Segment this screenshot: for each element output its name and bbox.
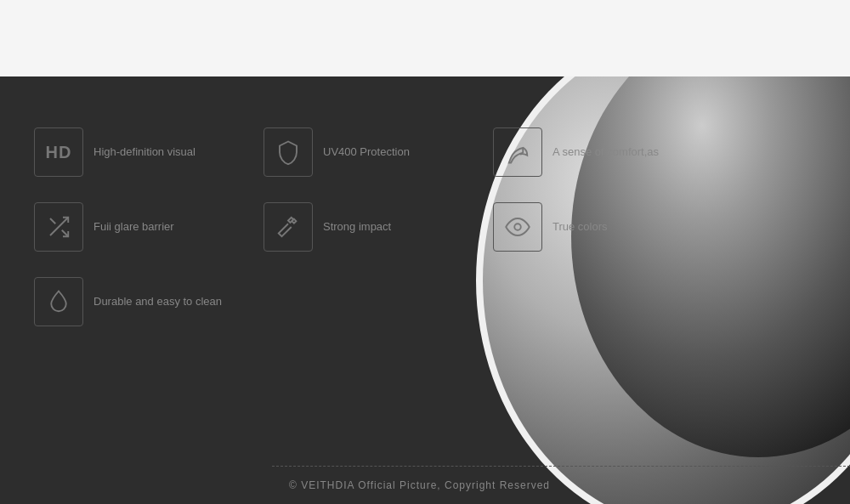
copyright-text: © VEITHDIA Official Picture, Copyright R…: [289, 479, 550, 491]
feature-item-impact: Strong impact: [264, 202, 476, 252]
feature-label-comfort: A sense of comfort,as: [552, 145, 659, 160]
feature-icon-box-hd: HD: [34, 127, 83, 177]
feature-icon-box-glare: [34, 202, 83, 252]
top-section: [0, 0, 850, 76]
hd-icon: HD: [46, 143, 72, 162]
eye-icon: [505, 214, 530, 240]
svg-point-3: [514, 224, 521, 230]
feature-label-hd: High-definition visual: [94, 145, 196, 160]
feature-icon-box-impact: [264, 202, 313, 252]
main-section: HD High-definition visual UV400 Protecti…: [0, 76, 850, 504]
feature-label-colors: True colors: [552, 220, 608, 235]
hammer-icon: [275, 214, 301, 240]
feature-label-glare: Fuii glare barrier: [94, 220, 174, 235]
feature-item-comfort: A sense of comfort,as: [493, 127, 706, 177]
drop-icon: [46, 289, 71, 314]
feature-item-hd-visual: HD High-definition visual: [34, 127, 246, 177]
feature-icon-box-clean: [34, 277, 83, 326]
feature-icon-box-colors: [493, 202, 542, 252]
feature-icon-box-uv400: [264, 127, 313, 177]
feature-label-clean: Durable and easy to clean: [94, 295, 222, 309]
copyright-bar: © VEITHDIA Official Picture, Copyright R…: [272, 466, 850, 504]
feature-item-glare: Fuii glare barrier: [34, 202, 246, 252]
feature-item-clean: Durable and easy to clean: [34, 277, 246, 326]
feature-item-colors: True colors: [493, 202, 706, 252]
svg-line-1: [62, 230, 69, 237]
shield-icon: [275, 139, 301, 165]
feature-item-uv400: UV400 Protection: [264, 127, 476, 177]
shuffle-icon: [46, 214, 71, 240]
feature-icon-box-comfort: [493, 127, 542, 177]
leaf-icon: [505, 139, 530, 165]
feature-label-impact: Strong impact: [323, 220, 391, 235]
feature-label-uv400: UV400 Protection: [323, 145, 410, 160]
svg-line-2: [50, 218, 55, 224]
features-grid: HD High-definition visual UV400 Protecti…: [34, 127, 706, 326]
